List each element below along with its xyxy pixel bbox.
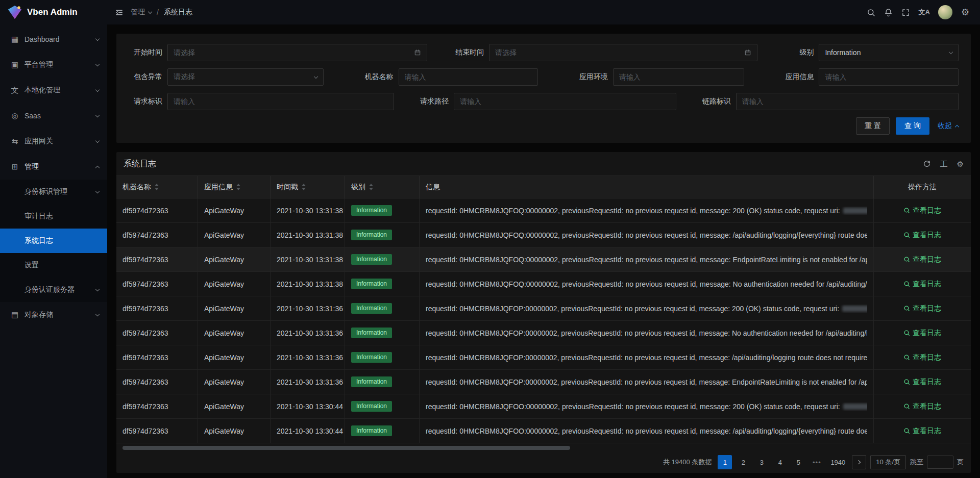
sort-icons[interactable]	[236, 184, 240, 190]
view-log-link[interactable]: 查看日志	[903, 402, 941, 411]
menu-fold-icon[interactable]	[110, 0, 128, 24]
view-log-link[interactable]: 查看日志	[903, 378, 941, 387]
column-header-label: 时间戳	[277, 183, 298, 192]
translate-icon[interactable]: 文A	[915, 0, 934, 24]
fullscreen-icon[interactable]	[897, 0, 915, 24]
filter-input-request-id[interactable]	[167, 93, 394, 110]
message-text: requestId: 0HMCRBM8JQFOP:00000002, previ…	[426, 329, 867, 337]
breadcrumb-parent[interactable]: 管理	[131, 8, 152, 17]
filter-input-machine-name[interactable]	[399, 68, 538, 86]
cell-actions: 查看日志	[874, 296, 971, 321]
page-size-select[interactable]: 10 条/页	[870, 455, 906, 469]
sidebar-item-identity-auth-server[interactable]: 身份认证服务器	[0, 278, 107, 302]
bell-icon[interactable]	[880, 0, 897, 24]
sidebar-item-settings[interactable]: 设置	[0, 253, 107, 278]
pagination-pages: 12345•••1940	[718, 455, 848, 469]
view-log-link[interactable]: 查看日志	[903, 231, 941, 240]
column-height-icon[interactable]: 工	[940, 160, 948, 168]
level-badge: Information	[351, 205, 392, 215]
topbar: 管理 / 系统日志	[107, 0, 980, 24]
sidebar-item-label: 对象存储	[24, 310, 91, 319]
column-header-level[interactable]: 级别	[345, 176, 420, 198]
filter-input-app-environment[interactable]	[613, 68, 744, 86]
sidebar-item-label: 身份标识管理	[24, 187, 91, 196]
reset-button[interactable]: 重 置	[856, 117, 890, 135]
filter-select-include-exception[interactable]: 请选择	[167, 68, 324, 86]
select-value: 请选择	[174, 72, 310, 82]
filter-select-level[interactable]: Information	[819, 44, 959, 61]
sidebar-item-platform-management[interactable]: ▣平台管理	[0, 52, 107, 78]
filter-input-trace-id[interactable]	[736, 93, 959, 110]
message-text: requestId: 0HMCRBM8JQFOQ:00000002, previ…	[426, 280, 867, 288]
table-tools: 工 ⚙	[923, 160, 964, 168]
filter-input-app-info[interactable]	[819, 68, 959, 86]
page-button-2[interactable]: 2	[736, 455, 750, 469]
cell-actions: 查看日志	[874, 345, 971, 370]
sidebar-item-identity-management[interactable]: 身份标识管理	[0, 180, 107, 204]
view-log-label: 查看日志	[913, 255, 941, 264]
chevron-down-icon	[95, 36, 100, 40]
message-text-content: requestId: 0HMCRBM8JQFOP:00000002, previ…	[426, 305, 839, 313]
view-log-label: 查看日志	[913, 231, 941, 240]
cell-timestamp: 2021-10-30 13:31:36	[271, 370, 345, 394]
filter-date-input-start-time[interactable]	[174, 48, 410, 57]
filter-row: 包含异常请选择机器名称应用环境应用信息	[129, 68, 959, 86]
column-header-app-info[interactable]: 应用信息	[198, 176, 271, 198]
filter-date-start-time[interactable]	[167, 44, 427, 61]
filter-input-request-path[interactable]	[454, 93, 676, 110]
view-log-link[interactable]: 查看日志	[903, 353, 941, 362]
view-log-link[interactable]: 查看日志	[903, 329, 941, 338]
horizontal-scrollbar[interactable]	[121, 445, 966, 450]
column-header-label: 级别	[351, 183, 365, 192]
settings-gear-icon[interactable]: ⚙	[957, 0, 974, 24]
search-icon[interactable]	[863, 0, 880, 24]
filter-date-end-time[interactable]	[489, 44, 757, 61]
view-log-label: 查看日志	[913, 329, 941, 338]
sort-icons[interactable]	[155, 184, 159, 190]
sidebar-item-system-log[interactable]: 系统日志	[0, 229, 107, 253]
sort-icons[interactable]	[302, 184, 306, 190]
column-settings-icon[interactable]: ⚙	[957, 160, 964, 168]
view-log-link[interactable]: 查看日志	[903, 426, 941, 436]
column-header-timestamp[interactable]: 时间戳	[271, 176, 345, 198]
cell-message: requestId: 0HMCRBM8JQFOP:00000002, previ…	[420, 370, 874, 394]
view-log-link[interactable]: 查看日志	[903, 280, 941, 289]
sidebar-item-audit-log[interactable]: 审计日志	[0, 204, 107, 229]
logo[interactable]: Vben Admin	[0, 0, 107, 24]
page-button-3[interactable]: 3	[754, 455, 769, 469]
view-log-link[interactable]: 查看日志	[903, 304, 941, 313]
sidebar-item-dashboard[interactable]: ▦Dashboard	[0, 27, 107, 52]
page-button-5[interactable]: 5	[791, 455, 805, 469]
table-row: df5974d72363ApiGateWay2021-10-30 13:31:3…	[116, 296, 971, 321]
calendar-icon	[414, 49, 421, 56]
filter-field-request-id: 请求标识	[129, 93, 394, 110]
sidebar-item-localization-management[interactable]: 文本地化管理	[0, 78, 107, 103]
avatar[interactable]	[938, 5, 952, 19]
sidebar: Vben Admin ▦Dashboard▣平台管理文本地化管理◎Saas⇆应用…	[0, 0, 107, 478]
page-button-1[interactable]: 1	[718, 455, 732, 469]
cell-actions: 查看日志	[874, 223, 971, 247]
scrollbar-thumb[interactable]	[122, 446, 570, 450]
sidebar-item-object-storage[interactable]: ▤对象存储	[0, 302, 107, 328]
filter-date-input-end-time[interactable]	[495, 48, 740, 57]
collapse-link[interactable]: 收起	[938, 121, 959, 131]
sidebar-item-app-gateway[interactable]: ⇆应用网关	[0, 129, 107, 154]
jump-page-input[interactable]	[927, 456, 953, 469]
filter-label: 应用信息	[780, 72, 819, 82]
chevron-down-icon	[314, 74, 318, 78]
page-button-4[interactable]: 4	[773, 455, 787, 469]
table-row: df5974d72363ApiGateWay2021-10-30 13:31:3…	[116, 272, 971, 296]
column-header-machine-name[interactable]: 机器名称	[116, 176, 198, 198]
view-log-link[interactable]: 查看日志	[903, 255, 941, 264]
view-log-link[interactable]: 查看日志	[903, 206, 941, 215]
sidebar-item-management[interactable]: ⊞管理	[0, 154, 107, 180]
cell-level: Information	[345, 223, 420, 247]
search-button[interactable]: 查 询	[896, 117, 929, 135]
next-page-button[interactable]	[852, 455, 866, 469]
page-button-1940[interactable]: 1940	[828, 455, 848, 469]
refresh-icon[interactable]	[923, 160, 931, 168]
sidebar-item-saas[interactable]: ◎Saas	[0, 103, 107, 129]
jump-unit: 页	[957, 458, 964, 467]
sort-icons[interactable]	[369, 184, 373, 190]
cell-level: Information	[345, 321, 420, 345]
